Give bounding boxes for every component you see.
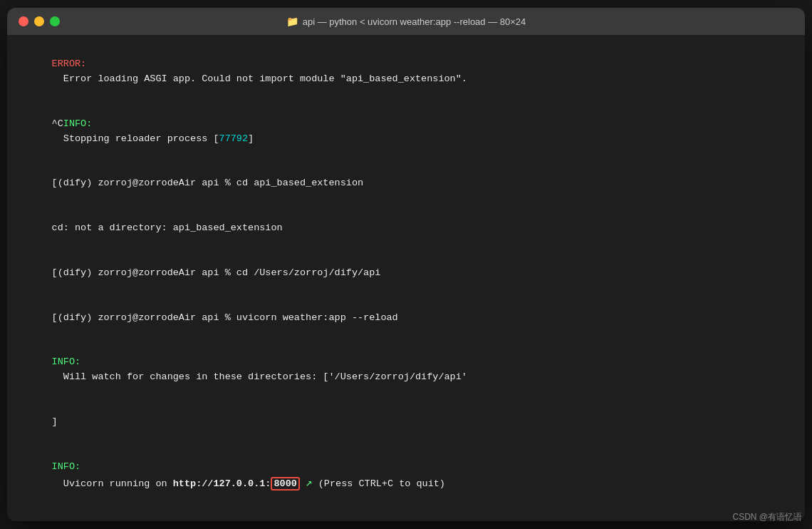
watermark: CSDN @有语忆语 — [732, 511, 802, 521]
terminal-line: cd: not a directory: api_based_extension — [17, 206, 795, 251]
terminal-line: INFO: Uvicorn running on http://127.0.0.… — [17, 445, 795, 508]
terminal-line: INFO: Will watch for changes in these di… — [17, 340, 795, 400]
terminal-window: 📁 api — python < uvicorn weather:app --r… — [7, 8, 805, 521]
terminal-line: [(dify) zorroj@zorrodeAir api % cd /User… — [17, 251, 795, 296]
terminal-line: ERROR: Error loading ASGI app. Could not… — [17, 42, 795, 102]
maximize-button[interactable] — [50, 16, 60, 26]
window-title: 📁 api — python < uvicorn weather:app --r… — [286, 16, 526, 27]
terminal-line: [(dify) zorroj@zorrodeAir api % uvicorn … — [17, 296, 795, 341]
terminal-line: ] — [17, 400, 795, 445]
traffic-lights — [19, 16, 60, 26]
terminal-line: INFO: Started reloader process [77976] u… — [17, 507, 795, 521]
folder-icon: 📁 — [286, 16, 298, 27]
terminal-body[interactable]: ERROR: Error loading ASGI app. Could not… — [7, 35, 805, 521]
terminal-line: [(dify) zorroj@zorrodeAir api % cd api_b… — [17, 161, 795, 206]
close-button[interactable] — [19, 16, 28, 26]
minimize-button[interactable] — [34, 16, 44, 26]
title-bar: 📁 api — python < uvicorn weather:app --r… — [7, 8, 805, 35]
terminal-line: ^CINFO: Stopping reloader process [77792… — [17, 102, 795, 162]
